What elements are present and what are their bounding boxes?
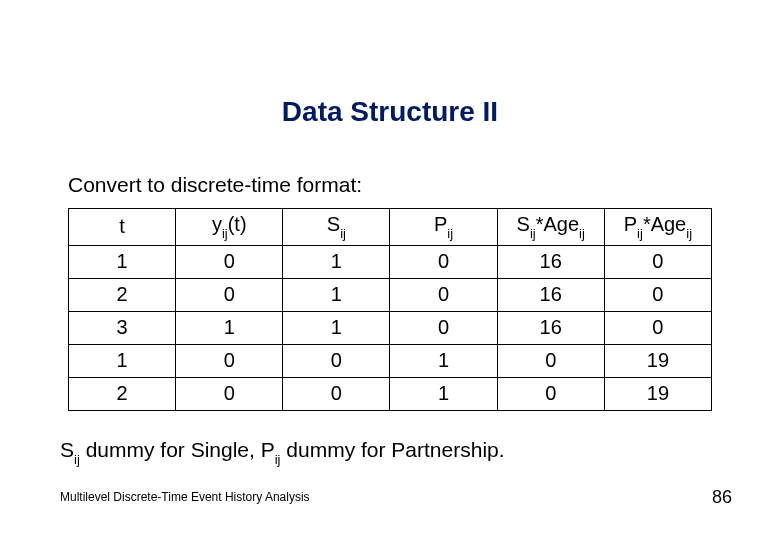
cell-t: 1 xyxy=(69,245,176,278)
table-row: 2 0 1 0 16 0 xyxy=(69,278,712,311)
cell-p: 0 xyxy=(390,278,497,311)
cell-s: 1 xyxy=(283,311,390,344)
header-sub: ij xyxy=(447,226,453,241)
col-header-page: Pij*Ageij xyxy=(604,209,711,246)
header-text: S xyxy=(327,213,340,235)
header-text: *Age xyxy=(643,213,686,235)
cell-p: 1 xyxy=(390,377,497,410)
header-text: *Age xyxy=(536,213,579,235)
note-text: S xyxy=(60,438,74,461)
cell-s: 1 xyxy=(283,245,390,278)
cell-p: 0 xyxy=(390,245,497,278)
data-table-wrap: t yij(t) Sij Pij Sij*Ageij Pij*Ageij xyxy=(68,208,712,411)
header-text: y xyxy=(212,213,222,235)
note-sub: ij xyxy=(275,452,281,467)
cell-y: 0 xyxy=(176,377,283,410)
table-header-row: t yij(t) Sij Pij Sij*Ageij Pij*Ageij xyxy=(69,209,712,246)
cell-page: 0 xyxy=(604,311,711,344)
cell-page: 19 xyxy=(604,344,711,377)
cell-sage: 16 xyxy=(497,311,604,344)
cell-page: 19 xyxy=(604,377,711,410)
col-header-t: t xyxy=(69,209,176,246)
cell-sage: 16 xyxy=(497,245,604,278)
cell-y: 0 xyxy=(176,344,283,377)
table-row: 1 0 0 1 0 19 xyxy=(69,344,712,377)
cell-sage: 0 xyxy=(497,344,604,377)
cell-p: 0 xyxy=(390,311,497,344)
subtitle: Convert to discrete-time format: xyxy=(68,173,362,197)
col-header-s: Sij xyxy=(283,209,390,246)
data-table: t yij(t) Sij Pij Sij*Ageij Pij*Ageij xyxy=(68,208,712,411)
cell-y: 1 xyxy=(176,311,283,344)
cell-page: 0 xyxy=(604,278,711,311)
page-title: Data Structure II xyxy=(0,96,780,128)
table-row: 1 0 1 0 16 0 xyxy=(69,245,712,278)
cell-page: 0 xyxy=(604,245,711,278)
header-sub: ij xyxy=(637,226,643,241)
cell-y: 0 xyxy=(176,278,283,311)
cell-t: 3 xyxy=(69,311,176,344)
cell-s: 1 xyxy=(283,278,390,311)
cell-p: 1 xyxy=(390,344,497,377)
cell-s: 0 xyxy=(283,377,390,410)
header-sub: ij xyxy=(530,226,536,241)
col-header-sage: Sij*Ageij xyxy=(497,209,604,246)
header-sub: ij xyxy=(579,226,585,241)
header-text: S xyxy=(517,213,530,235)
header-text: P xyxy=(624,213,637,235)
page-number: 86 xyxy=(712,487,732,508)
cell-t: 2 xyxy=(69,377,176,410)
footer-left: Multilevel Discrete-Time Event History A… xyxy=(60,490,310,504)
cell-s: 0 xyxy=(283,344,390,377)
header-sub: ij xyxy=(340,226,346,241)
cell-y: 0 xyxy=(176,245,283,278)
cell-t: 1 xyxy=(69,344,176,377)
cell-t: 2 xyxy=(69,278,176,311)
col-header-y: yij(t) xyxy=(176,209,283,246)
table-row: 3 1 1 0 16 0 xyxy=(69,311,712,344)
table-row: 2 0 0 1 0 19 xyxy=(69,377,712,410)
header-text: t xyxy=(119,215,125,237)
col-header-p: Pij xyxy=(390,209,497,246)
note-text: P xyxy=(261,438,275,461)
cell-sage: 16 xyxy=(497,278,604,311)
note-text: dummy for Single, xyxy=(80,438,261,461)
note-line: Sij dummy for Single, Pij dummy for Part… xyxy=(60,438,505,465)
header-sub: ij xyxy=(222,226,228,241)
note-text: dummy for Partnership. xyxy=(281,438,505,461)
note-sub: ij xyxy=(74,452,80,467)
header-text: (t) xyxy=(228,213,247,235)
header-text: P xyxy=(434,213,447,235)
cell-sage: 0 xyxy=(497,377,604,410)
slide: Data Structure II Convert to discrete-ti… xyxy=(0,0,780,540)
header-sub: ij xyxy=(686,226,692,241)
